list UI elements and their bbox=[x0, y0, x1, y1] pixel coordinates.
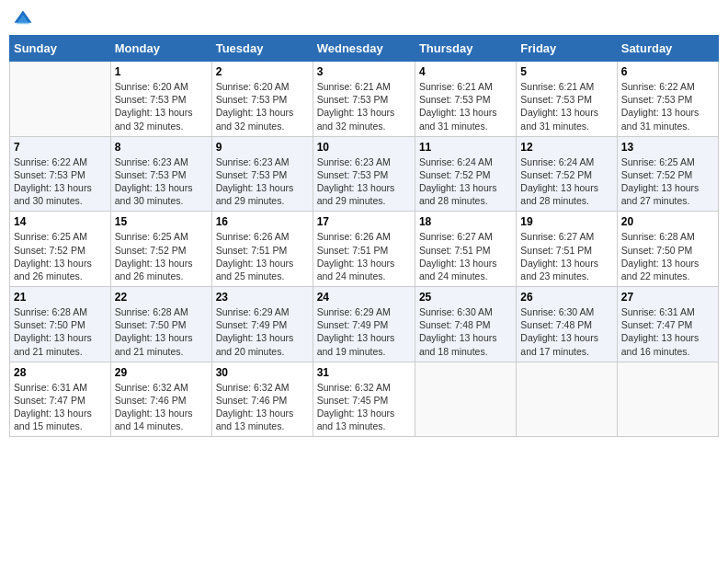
day-number: 12 bbox=[520, 141, 612, 154]
day-cell bbox=[10, 62, 111, 137]
day-number: 31 bbox=[317, 366, 411, 379]
day-cell: 23Sunrise: 6:29 AMSunset: 7:49 PMDayligh… bbox=[211, 287, 313, 362]
day-cell: 11Sunrise: 6:24 AMSunset: 7:52 PMDayligh… bbox=[415, 136, 516, 212]
day-cell: 9Sunrise: 6:23 AMSunset: 7:53 PMDaylight… bbox=[211, 136, 313, 212]
day-number: 19 bbox=[520, 215, 612, 228]
day-cell: 14Sunrise: 6:25 AMSunset: 7:52 PMDayligh… bbox=[10, 212, 111, 287]
day-number: 30 bbox=[216, 366, 309, 379]
day-number: 23 bbox=[216, 291, 309, 304]
day-number: 27 bbox=[621, 291, 714, 304]
header-day-tuesday: Tuesday bbox=[211, 36, 313, 62]
day-info: Sunrise: 6:31 AMSunset: 7:47 PMDaylight:… bbox=[14, 381, 107, 433]
day-number: 24 bbox=[317, 291, 411, 304]
day-info: Sunrise: 6:27 AMSunset: 7:51 PMDaylight:… bbox=[419, 230, 512, 282]
day-cell: 31Sunrise: 6:32 AMSunset: 7:45 PMDayligh… bbox=[313, 362, 415, 437]
day-info: Sunrise: 6:21 AMSunset: 7:53 PMDaylight:… bbox=[419, 80, 512, 132]
day-number: 14 bbox=[14, 215, 107, 228]
day-number: 20 bbox=[621, 215, 714, 228]
day-cell: 30Sunrise: 6:32 AMSunset: 7:46 PMDayligh… bbox=[211, 362, 313, 437]
logo bbox=[13, 9, 37, 29]
week-row-3: 14Sunrise: 6:25 AMSunset: 7:52 PMDayligh… bbox=[10, 212, 719, 287]
day-cell bbox=[517, 362, 617, 437]
day-info: Sunrise: 6:29 AMSunset: 7:49 PMDaylight:… bbox=[216, 305, 309, 358]
day-cell: 8Sunrise: 6:23 AMSunset: 7:53 PMDaylight… bbox=[110, 136, 211, 212]
header-row: SundayMondayTuesdayWednesdayThursdayFrid… bbox=[10, 36, 719, 62]
day-info: Sunrise: 6:22 AMSunset: 7:53 PMDaylight:… bbox=[621, 80, 714, 132]
day-cell: 19Sunrise: 6:27 AMSunset: 7:51 PMDayligh… bbox=[517, 212, 617, 287]
day-number: 7 bbox=[14, 141, 107, 154]
day-number: 25 bbox=[419, 291, 512, 304]
week-row-1: 1Sunrise: 6:20 AMSunset: 7:53 PMDaylight… bbox=[10, 62, 719, 137]
header-day-friday: Friday bbox=[517, 36, 617, 62]
day-cell: 7Sunrise: 6:22 AMSunset: 7:53 PMDaylight… bbox=[10, 136, 111, 212]
day-number: 3 bbox=[317, 65, 411, 78]
day-info: Sunrise: 6:30 AMSunset: 7:48 PMDaylight:… bbox=[419, 305, 512, 358]
day-number: 2 bbox=[216, 65, 309, 78]
day-info: Sunrise: 6:32 AMSunset: 7:45 PMDaylight:… bbox=[317, 381, 411, 433]
day-info: Sunrise: 6:21 AMSunset: 7:53 PMDaylight:… bbox=[317, 80, 411, 132]
day-cell: 3Sunrise: 6:21 AMSunset: 7:53 PMDaylight… bbox=[313, 62, 415, 137]
day-info: Sunrise: 6:23 AMSunset: 7:53 PMDaylight:… bbox=[216, 155, 309, 208]
day-cell: 17Sunrise: 6:26 AMSunset: 7:51 PMDayligh… bbox=[313, 212, 415, 287]
day-info: Sunrise: 6:23 AMSunset: 7:53 PMDaylight:… bbox=[317, 155, 411, 208]
day-cell: 25Sunrise: 6:30 AMSunset: 7:48 PMDayligh… bbox=[415, 287, 516, 362]
calendar-table: SundayMondayTuesdayWednesdayThursdayFrid… bbox=[9, 35, 719, 437]
day-info: Sunrise: 6:28 AMSunset: 7:50 PMDaylight:… bbox=[621, 230, 714, 282]
header-day-saturday: Saturday bbox=[617, 36, 718, 62]
day-number: 22 bbox=[115, 291, 208, 304]
header-day-thursday: Thursday bbox=[415, 36, 516, 62]
day-cell: 18Sunrise: 6:27 AMSunset: 7:51 PMDayligh… bbox=[415, 212, 516, 287]
day-cell: 20Sunrise: 6:28 AMSunset: 7:50 PMDayligh… bbox=[617, 212, 718, 287]
day-cell: 10Sunrise: 6:23 AMSunset: 7:53 PMDayligh… bbox=[313, 136, 415, 212]
day-info: Sunrise: 6:28 AMSunset: 7:50 PMDaylight:… bbox=[14, 305, 107, 358]
day-info: Sunrise: 6:24 AMSunset: 7:52 PMDaylight:… bbox=[520, 155, 612, 208]
day-info: Sunrise: 6:29 AMSunset: 7:49 PMDaylight:… bbox=[317, 305, 411, 358]
day-info: Sunrise: 6:25 AMSunset: 7:52 PMDaylight:… bbox=[115, 230, 208, 282]
header-day-wednesday: Wednesday bbox=[313, 36, 415, 62]
day-cell: 21Sunrise: 6:28 AMSunset: 7:50 PMDayligh… bbox=[10, 287, 111, 362]
day-number: 6 bbox=[621, 65, 714, 78]
day-number: 1 bbox=[115, 65, 208, 78]
day-info: Sunrise: 6:26 AMSunset: 7:51 PMDaylight:… bbox=[216, 230, 309, 282]
week-row-5: 28Sunrise: 6:31 AMSunset: 7:47 PMDayligh… bbox=[10, 362, 719, 437]
day-number: 21 bbox=[14, 291, 107, 304]
day-info: Sunrise: 6:25 AMSunset: 7:52 PMDaylight:… bbox=[621, 155, 714, 208]
day-cell: 22Sunrise: 6:28 AMSunset: 7:50 PMDayligh… bbox=[110, 287, 211, 362]
day-info: Sunrise: 6:32 AMSunset: 7:46 PMDaylight:… bbox=[115, 381, 208, 433]
day-info: Sunrise: 6:31 AMSunset: 7:47 PMDaylight:… bbox=[621, 305, 714, 358]
day-number: 5 bbox=[520, 65, 612, 78]
day-info: Sunrise: 6:25 AMSunset: 7:52 PMDaylight:… bbox=[14, 230, 107, 282]
page-header bbox=[9, 9, 719, 29]
day-cell: 26Sunrise: 6:30 AMSunset: 7:48 PMDayligh… bbox=[517, 287, 617, 362]
day-info: Sunrise: 6:20 AMSunset: 7:53 PMDaylight:… bbox=[115, 80, 208, 132]
day-number: 16 bbox=[216, 215, 309, 228]
day-info: Sunrise: 6:28 AMSunset: 7:50 PMDaylight:… bbox=[115, 305, 208, 358]
day-cell: 6Sunrise: 6:22 AMSunset: 7:53 PMDaylight… bbox=[617, 62, 718, 137]
day-number: 8 bbox=[115, 141, 208, 154]
day-cell: 16Sunrise: 6:26 AMSunset: 7:51 PMDayligh… bbox=[211, 212, 313, 287]
week-row-4: 21Sunrise: 6:28 AMSunset: 7:50 PMDayligh… bbox=[10, 287, 719, 362]
day-number: 10 bbox=[317, 141, 411, 154]
day-info: Sunrise: 6:27 AMSunset: 7:51 PMDaylight:… bbox=[520, 230, 612, 282]
day-info: Sunrise: 6:24 AMSunset: 7:52 PMDaylight:… bbox=[419, 155, 512, 208]
day-number: 9 bbox=[216, 141, 309, 154]
day-info: Sunrise: 6:21 AMSunset: 7:53 PMDaylight:… bbox=[520, 80, 612, 132]
day-number: 15 bbox=[115, 215, 208, 228]
day-cell: 27Sunrise: 6:31 AMSunset: 7:47 PMDayligh… bbox=[617, 287, 718, 362]
day-cell: 5Sunrise: 6:21 AMSunset: 7:53 PMDaylight… bbox=[517, 62, 617, 137]
day-info: Sunrise: 6:22 AMSunset: 7:53 PMDaylight:… bbox=[14, 155, 107, 208]
day-number: 29 bbox=[115, 366, 208, 379]
day-cell: 29Sunrise: 6:32 AMSunset: 7:46 PMDayligh… bbox=[110, 362, 211, 437]
day-cell bbox=[617, 362, 718, 437]
day-cell: 1Sunrise: 6:20 AMSunset: 7:53 PMDaylight… bbox=[110, 62, 211, 137]
header-day-monday: Monday bbox=[110, 36, 211, 62]
day-info: Sunrise: 6:30 AMSunset: 7:48 PMDaylight:… bbox=[520, 305, 612, 358]
day-cell: 2Sunrise: 6:20 AMSunset: 7:53 PMDaylight… bbox=[211, 62, 313, 137]
day-info: Sunrise: 6:26 AMSunset: 7:51 PMDaylight:… bbox=[317, 230, 411, 282]
day-number: 13 bbox=[621, 141, 714, 154]
day-info: Sunrise: 6:32 AMSunset: 7:46 PMDaylight:… bbox=[216, 381, 309, 433]
day-number: 26 bbox=[520, 291, 612, 304]
day-cell: 4Sunrise: 6:21 AMSunset: 7:53 PMDaylight… bbox=[415, 62, 516, 137]
day-cell bbox=[415, 362, 516, 437]
day-cell: 24Sunrise: 6:29 AMSunset: 7:49 PMDayligh… bbox=[313, 287, 415, 362]
